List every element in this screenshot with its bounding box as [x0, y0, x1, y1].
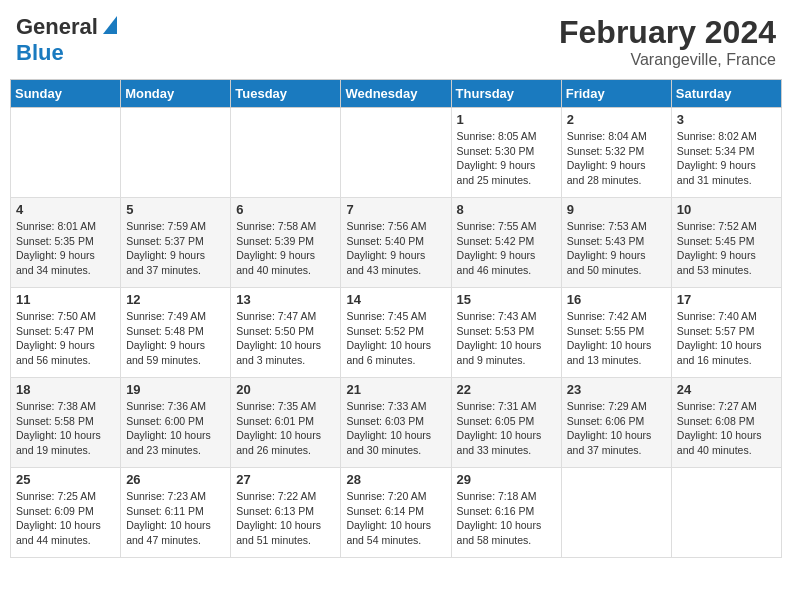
day-info: Sunrise: 7:35 AM Sunset: 6:01 PM Dayligh… [236, 399, 335, 458]
calendar-cell [341, 108, 451, 198]
logo-blue-text: Blue [16, 40, 64, 65]
title-area: February 2024 Varangeville, France [559, 14, 776, 69]
calendar-week-row: 25Sunrise: 7:25 AM Sunset: 6:09 PM Dayli… [11, 468, 782, 558]
calendar-cell: 3Sunrise: 8:02 AM Sunset: 5:34 PM Daylig… [671, 108, 781, 198]
calendar-cell [121, 108, 231, 198]
day-info: Sunrise: 7:47 AM Sunset: 5:50 PM Dayligh… [236, 309, 335, 368]
logo-general-text: General [16, 14, 98, 40]
calendar-cell: 19Sunrise: 7:36 AM Sunset: 6:00 PM Dayli… [121, 378, 231, 468]
day-info: Sunrise: 7:22 AM Sunset: 6:13 PM Dayligh… [236, 489, 335, 548]
day-info: Sunrise: 8:04 AM Sunset: 5:32 PM Dayligh… [567, 129, 666, 188]
day-info: Sunrise: 7:45 AM Sunset: 5:52 PM Dayligh… [346, 309, 445, 368]
day-number: 9 [567, 202, 666, 217]
calendar-cell: 21Sunrise: 7:33 AM Sunset: 6:03 PM Dayli… [341, 378, 451, 468]
calendar-cell: 25Sunrise: 7:25 AM Sunset: 6:09 PM Dayli… [11, 468, 121, 558]
calendar-week-row: 18Sunrise: 7:38 AM Sunset: 5:58 PM Dayli… [11, 378, 782, 468]
day-info: Sunrise: 7:23 AM Sunset: 6:11 PM Dayligh… [126, 489, 225, 548]
calendar-header-row: SundayMondayTuesdayWednesdayThursdayFrid… [11, 80, 782, 108]
day-number: 17 [677, 292, 776, 307]
day-number: 2 [567, 112, 666, 127]
day-number: 14 [346, 292, 445, 307]
header-day-saturday: Saturday [671, 80, 781, 108]
calendar-cell: 18Sunrise: 7:38 AM Sunset: 5:58 PM Dayli… [11, 378, 121, 468]
calendar-cell: 22Sunrise: 7:31 AM Sunset: 6:05 PM Dayli… [451, 378, 561, 468]
day-number: 21 [346, 382, 445, 397]
day-number: 20 [236, 382, 335, 397]
day-info: Sunrise: 7:27 AM Sunset: 6:08 PM Dayligh… [677, 399, 776, 458]
calendar-cell: 4Sunrise: 8:01 AM Sunset: 5:35 PM Daylig… [11, 198, 121, 288]
calendar-cell: 16Sunrise: 7:42 AM Sunset: 5:55 PM Dayli… [561, 288, 671, 378]
day-number: 24 [677, 382, 776, 397]
day-info: Sunrise: 7:55 AM Sunset: 5:42 PM Dayligh… [457, 219, 556, 278]
day-info: Sunrise: 7:53 AM Sunset: 5:43 PM Dayligh… [567, 219, 666, 278]
day-number: 1 [457, 112, 556, 127]
calendar-cell: 15Sunrise: 7:43 AM Sunset: 5:53 PM Dayli… [451, 288, 561, 378]
calendar-cell: 7Sunrise: 7:56 AM Sunset: 5:40 PM Daylig… [341, 198, 451, 288]
calendar-cell: 23Sunrise: 7:29 AM Sunset: 6:06 PM Dayli… [561, 378, 671, 468]
logo-icon [99, 16, 117, 34]
header-day-friday: Friday [561, 80, 671, 108]
day-info: Sunrise: 7:59 AM Sunset: 5:37 PM Dayligh… [126, 219, 225, 278]
day-number: 15 [457, 292, 556, 307]
day-info: Sunrise: 7:33 AM Sunset: 6:03 PM Dayligh… [346, 399, 445, 458]
day-number: 4 [16, 202, 115, 217]
day-info: Sunrise: 7:50 AM Sunset: 5:47 PM Dayligh… [16, 309, 115, 368]
day-info: Sunrise: 7:36 AM Sunset: 6:00 PM Dayligh… [126, 399, 225, 458]
day-info: Sunrise: 7:20 AM Sunset: 6:14 PM Dayligh… [346, 489, 445, 548]
day-info: Sunrise: 7:31 AM Sunset: 6:05 PM Dayligh… [457, 399, 556, 458]
calendar-cell: 24Sunrise: 7:27 AM Sunset: 6:08 PM Dayli… [671, 378, 781, 468]
day-number: 5 [126, 202, 225, 217]
day-number: 27 [236, 472, 335, 487]
day-info: Sunrise: 7:29 AM Sunset: 6:06 PM Dayligh… [567, 399, 666, 458]
calendar-cell: 17Sunrise: 7:40 AM Sunset: 5:57 PM Dayli… [671, 288, 781, 378]
day-number: 13 [236, 292, 335, 307]
day-info: Sunrise: 7:49 AM Sunset: 5:48 PM Dayligh… [126, 309, 225, 368]
svg-marker-0 [103, 16, 117, 34]
day-number: 29 [457, 472, 556, 487]
day-number: 16 [567, 292, 666, 307]
calendar-cell: 6Sunrise: 7:58 AM Sunset: 5:39 PM Daylig… [231, 198, 341, 288]
calendar-week-row: 1Sunrise: 8:05 AM Sunset: 5:30 PM Daylig… [11, 108, 782, 198]
calendar-week-row: 11Sunrise: 7:50 AM Sunset: 5:47 PM Dayli… [11, 288, 782, 378]
day-number: 11 [16, 292, 115, 307]
calendar-cell: 2Sunrise: 8:04 AM Sunset: 5:32 PM Daylig… [561, 108, 671, 198]
calendar-cell: 10Sunrise: 7:52 AM Sunset: 5:45 PM Dayli… [671, 198, 781, 288]
calendar-week-row: 4Sunrise: 8:01 AM Sunset: 5:35 PM Daylig… [11, 198, 782, 288]
day-info: Sunrise: 7:40 AM Sunset: 5:57 PM Dayligh… [677, 309, 776, 368]
day-number: 8 [457, 202, 556, 217]
calendar-cell: 29Sunrise: 7:18 AM Sunset: 6:16 PM Dayli… [451, 468, 561, 558]
day-number: 12 [126, 292, 225, 307]
day-number: 6 [236, 202, 335, 217]
day-info: Sunrise: 7:56 AM Sunset: 5:40 PM Dayligh… [346, 219, 445, 278]
logo: General Blue [16, 14, 117, 66]
day-info: Sunrise: 7:25 AM Sunset: 6:09 PM Dayligh… [16, 489, 115, 548]
day-number: 18 [16, 382, 115, 397]
day-info: Sunrise: 7:58 AM Sunset: 5:39 PM Dayligh… [236, 219, 335, 278]
day-info: Sunrise: 8:02 AM Sunset: 5:34 PM Dayligh… [677, 129, 776, 188]
day-number: 22 [457, 382, 556, 397]
calendar-cell [11, 108, 121, 198]
day-info: Sunrise: 8:05 AM Sunset: 5:30 PM Dayligh… [457, 129, 556, 188]
calendar-cell [671, 468, 781, 558]
header-day-wednesday: Wednesday [341, 80, 451, 108]
header-day-monday: Monday [121, 80, 231, 108]
calendar-cell: 27Sunrise: 7:22 AM Sunset: 6:13 PM Dayli… [231, 468, 341, 558]
calendar-table: SundayMondayTuesdayWednesdayThursdayFrid… [10, 79, 782, 558]
location-title: Varangeville, France [559, 51, 776, 69]
day-number: 10 [677, 202, 776, 217]
day-number: 26 [126, 472, 225, 487]
calendar-cell [231, 108, 341, 198]
day-number: 25 [16, 472, 115, 487]
calendar-cell: 20Sunrise: 7:35 AM Sunset: 6:01 PM Dayli… [231, 378, 341, 468]
calendar-cell [561, 468, 671, 558]
month-title: February 2024 [559, 14, 776, 51]
header-day-thursday: Thursday [451, 80, 561, 108]
day-number: 3 [677, 112, 776, 127]
calendar-cell: 1Sunrise: 8:05 AM Sunset: 5:30 PM Daylig… [451, 108, 561, 198]
calendar-cell: 11Sunrise: 7:50 AM Sunset: 5:47 PM Dayli… [11, 288, 121, 378]
day-info: Sunrise: 7:38 AM Sunset: 5:58 PM Dayligh… [16, 399, 115, 458]
day-info: Sunrise: 7:52 AM Sunset: 5:45 PM Dayligh… [677, 219, 776, 278]
day-info: Sunrise: 7:43 AM Sunset: 5:53 PM Dayligh… [457, 309, 556, 368]
day-info: Sunrise: 7:42 AM Sunset: 5:55 PM Dayligh… [567, 309, 666, 368]
day-number: 23 [567, 382, 666, 397]
